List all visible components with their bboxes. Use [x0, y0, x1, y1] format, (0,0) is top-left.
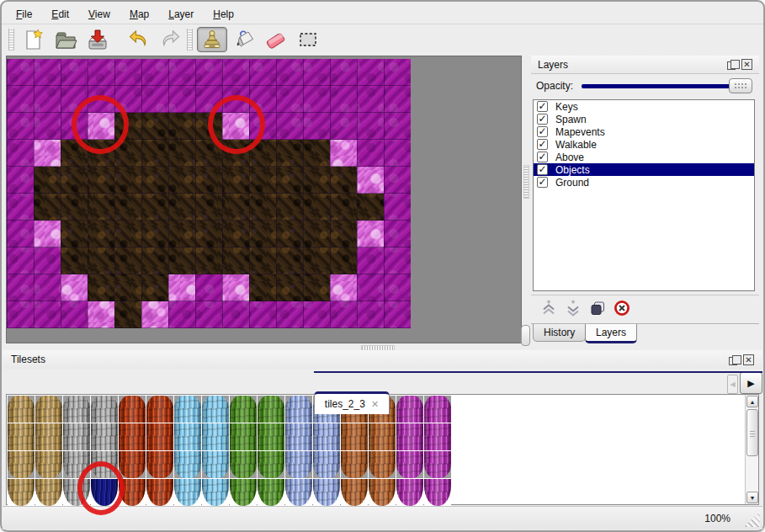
map-tile-brown-object-tile[interactable] [141, 194, 168, 221]
tileset-tile-gray[interactable] [63, 423, 90, 450]
map-tile-purple-ground-tile[interactable] [168, 59, 195, 86]
duplicate-layer-button[interactable] [587, 300, 608, 320]
map-tile-brown-object-tile[interactable] [249, 167, 276, 194]
tileset-tile-periwinkle[interactable] [313, 479, 340, 506]
tileset-tile-green[interactable] [230, 479, 257, 506]
tileset-tile-sky-blue[interactable] [202, 396, 229, 423]
tileset-tile-magenta[interactable] [424, 423, 451, 450]
map-tile-pink-highlight-tile[interactable] [222, 274, 249, 301]
scroll-down-button[interactable]: ▼ [746, 492, 758, 503]
map-tile-purple-ground-tile[interactable] [34, 274, 61, 301]
float-panel-icon[interactable] [727, 61, 736, 70]
tileset-tile-copper[interactable] [369, 451, 396, 478]
map-tile-brown-object-tile[interactable] [303, 274, 330, 301]
layer-visibility-checkbox[interactable]: ✓ [537, 139, 548, 150]
tileset-tile-red[interactable] [146, 479, 173, 506]
map-tile-brown-object-tile[interactable] [168, 221, 195, 247]
map-tile-purple-ground-tile[interactable] [195, 301, 222, 328]
map-tile-brown-object-tile[interactable] [195, 140, 222, 167]
map-tile-purple-ground-tile[interactable] [357, 86, 384, 113]
tileset-tile-tan[interactable] [8, 423, 35, 450]
map-tile-pink-highlight-tile[interactable] [88, 113, 114, 140]
map-tile-brown-object-tile[interactable] [61, 221, 88, 247]
map-tile-brown-object-tile[interactable] [249, 274, 276, 301]
undo-button[interactable] [123, 27, 153, 52]
map-tile-purple-ground-tile[interactable] [384, 113, 411, 140]
map-tile-purple-ground-tile[interactable] [141, 59, 168, 86]
map-tile-brown-object-tile[interactable] [249, 140, 276, 167]
map-tile-pink-highlight-tile[interactable] [222, 113, 249, 140]
map-tile-brown-object-tile[interactable] [276, 221, 303, 247]
layer-row-mapevents[interactable]: ✓Mapevents [534, 125, 754, 138]
toolbar-drag-handle[interactable] [8, 29, 14, 51]
map-tile-brown-object-tile[interactable] [195, 221, 222, 247]
map-tile-purple-ground-tile[interactable] [7, 140, 34, 167]
tileset-tile-magenta[interactable] [396, 479, 423, 506]
map-tile-purple-ground-tile[interactable] [7, 59, 34, 86]
map-tile-purple-ground-tile[interactable] [34, 301, 61, 328]
dock-tab-history[interactable]: History [533, 324, 586, 342]
map-tile-pink-highlight-tile[interactable] [34, 221, 61, 247]
tileset-tile-red[interactable] [146, 423, 173, 450]
map-tile-brown-object-tile[interactable] [88, 247, 114, 274]
lower-layer-button[interactable] [562, 300, 584, 320]
map-tile-brown-object-tile[interactable] [114, 167, 141, 194]
map-tile-brown-object-tile[interactable] [195, 167, 222, 194]
map-tile-purple-ground-tile[interactable] [222, 86, 249, 113]
tileset-tile-magenta[interactable] [424, 451, 451, 478]
tileset-tile-red[interactable] [146, 451, 173, 478]
tileset-tile-sky-blue[interactable] [174, 451, 201, 478]
map-tile-purple-ground-tile[interactable] [249, 59, 276, 86]
map-tile-brown-object-tile[interactable] [61, 167, 88, 194]
map-tile-purple-ground-tile[interactable] [303, 113, 330, 140]
tileset-tile-periwinkle[interactable] [313, 451, 340, 478]
map-tile-brown-object-tile[interactable] [141, 274, 168, 301]
rect-select-tool-button[interactable] [293, 27, 323, 52]
map-tile-brown-object-tile[interactable] [34, 167, 61, 194]
fill-tool-button[interactable] [229, 27, 259, 52]
map-tile-purple-ground-tile[interactable] [7, 301, 34, 328]
map-tile-purple-ground-tile[interactable] [276, 86, 303, 113]
map-tile-brown-object-tile[interactable] [249, 221, 276, 247]
tileset-tile-gray[interactable] [91, 396, 118, 423]
tileset-tile-magenta[interactable] [424, 396, 451, 423]
map-tile-brown-object-tile[interactable] [114, 194, 141, 221]
tileset-tile-gray[interactable] [91, 423, 118, 450]
map-tile-purple-ground-tile[interactable] [7, 194, 34, 221]
map-tile-purple-ground-tile[interactable] [195, 86, 222, 113]
map-tile-purple-ground-tile[interactable] [384, 221, 411, 247]
map-tile-pink-highlight-tile[interactable] [330, 140, 357, 167]
tileset-tile-copper[interactable] [369, 423, 396, 450]
close-panel-icon[interactable]: ✕ [743, 354, 754, 365]
layer-visibility-checkbox[interactable]: ✓ [537, 152, 548, 162]
map-tile-purple-ground-tile[interactable] [249, 301, 276, 328]
toolbar-drag-handle[interactable] [187, 29, 193, 51]
map-tile-brown-object-tile[interactable] [114, 247, 141, 274]
layer-row-ground[interactable]: ✓Ground [534, 176, 754, 189]
tileset-tile-sky-blue[interactable] [202, 479, 229, 506]
map-tile-purple-ground-tile[interactable] [34, 113, 61, 140]
map-tile-purple-ground-tile[interactable] [357, 59, 384, 86]
map-tile-purple-ground-tile[interactable] [330, 113, 357, 140]
map-tile-purple-ground-tile[interactable] [384, 247, 411, 274]
tileset-tile-red[interactable] [119, 451, 146, 478]
stamp-tool-button[interactable] [197, 27, 227, 52]
tileset-tile-gray[interactable] [91, 451, 118, 478]
scrollbar-thumb[interactable] [746, 409, 758, 456]
tileset-tile-sky-blue[interactable] [174, 479, 201, 506]
menu-layer[interactable]: Layer [162, 6, 199, 23]
map-tile-purple-ground-tile[interactable] [249, 86, 276, 113]
tileset-tile-green[interactable] [258, 396, 284, 423]
map-tile-purple-ground-tile[interactable] [384, 301, 411, 328]
map-tile-brown-object-tile[interactable] [357, 194, 384, 221]
tileset-tile-magenta[interactable] [396, 451, 423, 478]
tileset-tab-tiles_2_3[interactable]: tiles_2_3✕ [314, 391, 390, 414]
tileset-tile-green[interactable] [230, 451, 257, 478]
map-tile-purple-ground-tile[interactable] [330, 86, 357, 113]
tileset-tile-red[interactable] [119, 423, 146, 450]
tileset-tile-green[interactable] [258, 479, 284, 506]
map-tile-purple-ground-tile[interactable] [276, 59, 303, 86]
map-tile-pink-highlight-tile[interactable] [61, 274, 88, 301]
map-tile-brown-object-tile[interactable] [276, 194, 303, 221]
map-tile-brown-object-tile[interactable] [88, 221, 114, 247]
